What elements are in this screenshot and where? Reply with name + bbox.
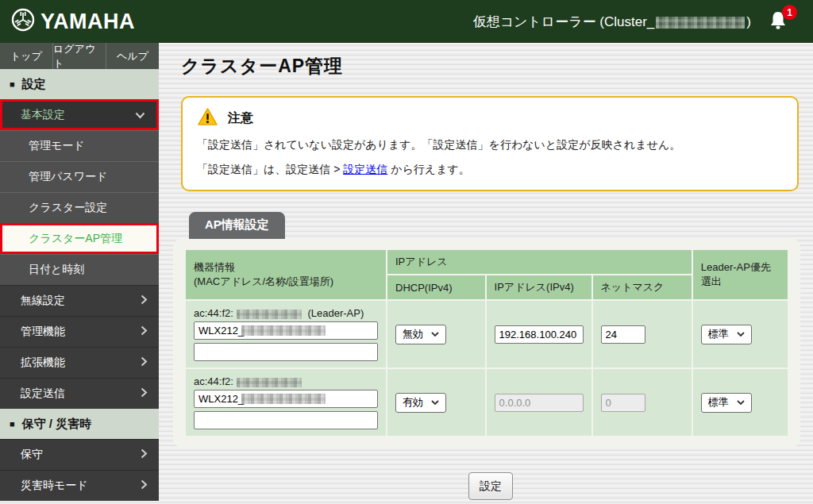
cell-device-info: ac:44:f2: bbox=[186, 369, 386, 436]
chevron-right-icon bbox=[141, 294, 148, 307]
cell-ip bbox=[487, 369, 591, 436]
col-header-leader-ap: Leader-AP優先選出 bbox=[693, 250, 788, 299]
sidebar-item-disaster-mode[interactable]: 災害時モード bbox=[0, 470, 159, 501]
app-header: YAMAHA 仮想コントローラー (Cluster_) 1 bbox=[0, 0, 813, 43]
sidebar-item-extended-functions[interactable]: 拡張機能 bbox=[0, 347, 159, 378]
sidebar: トップ ログアウト ヘルプ ■ 設定 基本設定 管理モード 管理パスワード クラ… bbox=[0, 43, 159, 504]
ap-table: 機器情報 (MACアドレス/名称/設置場所) IPアドレス Leader-AP優… bbox=[184, 248, 789, 437]
redacted-mac bbox=[237, 378, 302, 387]
sidebar-item-maintenance[interactable]: 保守 bbox=[0, 439, 159, 470]
select-caret-icon bbox=[737, 400, 745, 405]
sidebar-item-cluster-settings[interactable]: クラスター設定 bbox=[0, 192, 159, 223]
cell-device-info: ac:44:f2: (Leader-AP) bbox=[186, 301, 386, 367]
sidebar-item-admin-password[interactable]: 管理パスワード bbox=[0, 161, 159, 192]
notice-box: 注意 「設定送信」されていない設定があります。「設定送信」を行わないと設定が反映… bbox=[181, 96, 799, 191]
col-header-device-info: 機器情報 (MACアドレス/名称/設置場所) bbox=[186, 250, 386, 299]
cell-dhcp: 有効 bbox=[387, 369, 485, 436]
sidebar-top-tabs: トップ ログアウト ヘルプ bbox=[0, 43, 159, 69]
warning-triangle-icon bbox=[197, 107, 218, 129]
sidebar-item-basic-settings[interactable]: 基本設定 bbox=[0, 99, 159, 130]
section-bullet: ■ bbox=[10, 79, 15, 89]
config-send-link[interactable]: 設定送信 bbox=[343, 163, 387, 175]
chevron-right-icon bbox=[141, 479, 148, 492]
select-caret-icon bbox=[431, 332, 439, 337]
col-header-ipv4: IPアドレス(IPv4) bbox=[487, 275, 591, 299]
notice-line-1: 「設定送信」されていない設定があります。「設定送信」を行わないと設定が反映されま… bbox=[197, 135, 783, 154]
submit-settings-button[interactable]: 設定 bbox=[468, 472, 513, 500]
section-bullet: ■ bbox=[10, 419, 15, 429]
cell-netmask bbox=[593, 301, 692, 367]
ap1-mac-address: ac:44:f2: (Leader-AP) bbox=[194, 307, 378, 319]
notification-bell-icon[interactable]: 1 bbox=[769, 10, 789, 33]
col-header-ip-group: IPアドレス bbox=[387, 250, 692, 274]
ap1-leader-select[interactable]: 標準 bbox=[701, 325, 752, 344]
col-header-dhcp: DHCP(IPv4) bbox=[387, 275, 485, 299]
page-title: クラスターAP管理 bbox=[181, 54, 813, 79]
tab-logout[interactable]: ログアウト bbox=[53, 43, 106, 69]
notification-badge[interactable]: 1 bbox=[782, 5, 797, 20]
sidebar-section-settings: ■ 設定 bbox=[0, 69, 159, 99]
sidebar-item-wireless-settings[interactable]: 無線設定 bbox=[0, 285, 159, 316]
chevron-right-icon bbox=[141, 325, 148, 338]
chevron-right-icon bbox=[141, 356, 148, 369]
sidebar-item-cluster-ap-management[interactable]: クラスターAP管理 bbox=[0, 223, 159, 254]
chevron-right-icon bbox=[141, 387, 148, 400]
sidebar-item-management-functions[interactable]: 管理機能 bbox=[0, 316, 159, 347]
ap2-dhcp-select[interactable]: 有効 bbox=[395, 393, 446, 413]
yamaha-tuning-forks-icon bbox=[11, 8, 35, 35]
ap-info-panel: 機器情報 (MACアドレス/名称/設置場所) IPアドレス Leader-AP優… bbox=[173, 239, 800, 447]
notice-title: 注意 bbox=[228, 110, 253, 127]
cell-ip bbox=[487, 301, 591, 367]
cell-dhcp: 無効 bbox=[387, 301, 485, 367]
ap2-netmask-input bbox=[601, 394, 645, 412]
select-caret-icon bbox=[737, 332, 745, 337]
tab-help[interactable]: ヘルプ bbox=[106, 43, 159, 69]
ap1-netmask-input[interactable] bbox=[601, 325, 645, 344]
col-header-netmask: ネットマスク bbox=[593, 275, 692, 299]
redacted-ap-name bbox=[241, 394, 326, 404]
ap2-leader-select[interactable]: 標準 bbox=[701, 393, 752, 413]
cell-netmask bbox=[593, 369, 692, 436]
ap1-dhcp-select[interactable]: 無効 bbox=[395, 325, 446, 344]
chevron-down-icon bbox=[135, 109, 145, 121]
tab-ap-info-settings[interactable]: AP情報設定 bbox=[189, 212, 285, 239]
ap2-location-input[interactable] bbox=[194, 411, 378, 429]
ap2-mac-address: ac:44:f2: bbox=[194, 375, 378, 387]
yamaha-logo: YAMAHA bbox=[11, 8, 135, 35]
cell-leader: 標準 bbox=[693, 369, 788, 436]
sidebar-section-maintenance: ■ 保守 / 災害時 bbox=[0, 409, 159, 439]
main-content: クラスターAP管理 注意 「設定送信」されていない設定があります。「設定送信」を… bbox=[159, 43, 813, 504]
controller-title: 仮想コントローラー (Cluster_) bbox=[473, 13, 751, 31]
notice-line-2: 「設定送信」は、設定送信 > 設定送信 から行えます。 bbox=[197, 160, 783, 179]
ap1-ip-input[interactable] bbox=[495, 325, 584, 344]
chevron-right-icon bbox=[141, 448, 148, 461]
redacted-mac bbox=[237, 310, 302, 319]
redacted-ap-name bbox=[241, 325, 326, 336]
sidebar-item-date-time[interactable]: 日付と時刻 bbox=[0, 254, 159, 285]
tab-top[interactable]: トップ bbox=[0, 43, 53, 69]
redacted-cluster-id bbox=[656, 17, 745, 29]
table-row-ap1: ac:44:f2: (Leader-AP) 無効 bbox=[186, 301, 788, 367]
sidebar-item-management-mode[interactable]: 管理モード bbox=[0, 130, 159, 161]
table-row-ap2: ac:44:f2: 有効 bbox=[186, 369, 788, 436]
sidebar-item-config-send[interactable]: 設定送信 bbox=[0, 378, 159, 409]
select-caret-icon bbox=[431, 400, 439, 405]
cell-leader: 標準 bbox=[693, 301, 788, 367]
brand-name: YAMAHA bbox=[40, 10, 135, 34]
ap1-location-input[interactable] bbox=[194, 343, 378, 361]
ap2-ip-input bbox=[495, 394, 584, 412]
